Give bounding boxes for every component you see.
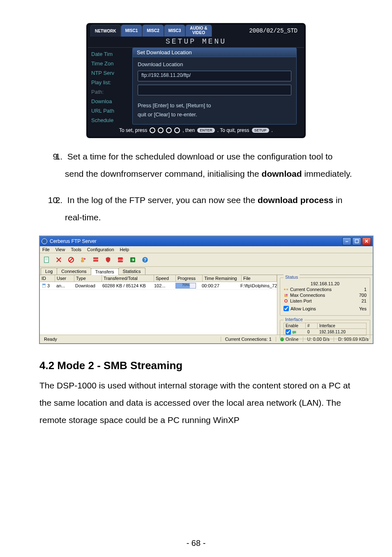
ifcol-iface[interactable]: Interface (318, 323, 366, 329)
section-heading: 4.2 Mode 2 - SMB Streaming (39, 359, 353, 372)
col-user[interactable]: User (55, 275, 74, 282)
setup-tab-misc2[interactable]: MISC2 (142, 25, 164, 37)
allow-logins-checkbox[interactable] (284, 306, 289, 311)
step9-text-c: immediately. (302, 169, 352, 178)
status-connections: Current Connections: 1 (221, 337, 276, 342)
cell-type: Download (74, 283, 101, 289)
server-ip: 192.168.11.20 (311, 281, 339, 286)
menu-configuration[interactable]: Configuration (87, 247, 114, 252)
svg-point-21 (284, 294, 286, 296)
step-list: 9. Set a time for the scheduled download… (39, 148, 353, 226)
section-paragraph: The DSP-1000 is used without internal st… (39, 377, 353, 429)
lbl-playlist: Play list: (91, 79, 128, 86)
ftp-menubar: File View Tools Configuration Help (40, 246, 373, 253)
svg-rect-18 (43, 284, 46, 285)
iface-row[interactable]: 0 192.168.11.20 (284, 329, 366, 335)
svg-point-7 (81, 257, 84, 260)
av-line1: AUDIO & (190, 26, 207, 31)
ifcol-enable[interactable]: Enable (284, 323, 306, 329)
dialog-hint-l1: Press [Enter] to set, [Return] to (138, 102, 211, 109)
nav-up-icon (158, 127, 164, 133)
iface-addr: 192.168.11.20 (318, 329, 366, 335)
download-location-input[interactable]: ftp://192.168.11.20/ftp/ (138, 71, 291, 81)
row-port-label: Listen Port (290, 298, 312, 303)
export-icon[interactable] (128, 255, 138, 265)
step-10: 10. In the log of the FTP server, you ca… (65, 192, 353, 226)
status-group: Status 192.168.11.20 Current Connections… (280, 277, 370, 316)
users-icon[interactable] (78, 255, 88, 265)
footer-end: . (272, 127, 273, 133)
col-progress[interactable]: Progress (176, 275, 203, 282)
download-location-input-2[interactable] (138, 85, 291, 95)
menu-file[interactable]: File (42, 247, 50, 252)
col-file[interactable]: File (242, 275, 277, 282)
setup-title: SETUP MENU (88, 37, 304, 48)
app-icon (42, 238, 47, 244)
dialog-hint-l2: quit or [Clear] to re-enter. (138, 111, 197, 118)
file-icon (42, 283, 46, 288)
window-title: Cerberus FTP Server (50, 238, 97, 244)
tab-log[interactable]: Log (41, 268, 57, 275)
menu-view[interactable]: View (55, 247, 65, 252)
setup-date: 2008/02/25_STD (245, 25, 302, 37)
security-icon[interactable] (103, 255, 113, 265)
row-maxconn-label: Max Connections (290, 293, 325, 298)
connections-icon (284, 287, 288, 292)
row-maxconn-value: 700 (359, 293, 367, 298)
minimize-button[interactable]: – (342, 237, 351, 245)
step-9-number: 9. (44, 148, 65, 165)
col-time-remaining[interactable]: Time Remaining (203, 275, 242, 282)
svg-rect-10 (93, 257, 98, 259)
menu-help[interactable]: Help (120, 247, 129, 252)
dialog-title: Set Download Location (133, 48, 296, 57)
close-button[interactable]: ✕ (362, 237, 371, 245)
cell-transferred-total: 60288 KB / 85124 KB (101, 283, 152, 289)
nav-left-icon (150, 127, 155, 133)
setup-left-column: Date Tim Time Zon NTP Serv Play list: Pa… (91, 49, 128, 123)
progress-text: 70% (176, 283, 196, 287)
col-transferred-total[interactable]: Transferred/Total (102, 275, 154, 282)
cell-user: an... (55, 283, 74, 289)
page-number: - 68 - (0, 539, 392, 548)
col-speed[interactable]: Speed (154, 275, 176, 282)
svg-rect-26 (293, 331, 296, 333)
setup-key-icon: SETUP (252, 128, 269, 133)
setup-tab-misc3[interactable]: MISC3 (164, 25, 186, 37)
lbl-date-time: Date Tim (91, 51, 128, 57)
menu-tools[interactable]: Tools (71, 247, 81, 252)
av-line2: VIDEO (192, 31, 205, 35)
enter-key-icon: ENTER (197, 128, 215, 133)
tab-statistics[interactable]: Statistics (118, 268, 145, 275)
iface-enable-checkbox[interactable] (286, 329, 291, 335)
setup-tab-network[interactable]: NETWORK (90, 25, 121, 37)
help-icon[interactable]: ? (140, 255, 150, 265)
step9-bold: download (262, 169, 302, 178)
col-type[interactable]: Type (74, 275, 102, 282)
setup-tab-misc1[interactable]: MISC1 (121, 25, 143, 37)
setup-tab-audio-video[interactable]: AUDIO & VIDEO (185, 25, 212, 37)
tab-connections[interactable]: Connections (57, 268, 91, 275)
block-icon[interactable] (66, 255, 76, 265)
dialog-label: Download Location (138, 61, 291, 67)
row-allow-label: Allow Logins (291, 306, 316, 311)
server-icon[interactable] (91, 255, 101, 265)
step-9: 9. Set a time for the scheduled download… (65, 148, 353, 183)
stop-icon[interactable]: STOP (115, 255, 125, 265)
ftp-view-tabs: Log Connections Transfers Statistics (40, 267, 373, 275)
svg-point-9 (84, 258, 86, 260)
row-port-value: 21 (362, 298, 367, 303)
download-location-dialog: Set Download Location Download Location … (132, 48, 297, 125)
cell-time-remaining: 00:00:27 (200, 283, 239, 289)
setup-tab-spacer (212, 25, 245, 37)
row-curconn-label: Current Connections (290, 287, 332, 292)
tab-transfers[interactable]: Transfers (91, 268, 119, 275)
lbl-path: Path: (91, 89, 128, 95)
maximize-button[interactable]: ☐ (352, 237, 361, 245)
document-icon[interactable] (42, 255, 51, 265)
svg-line-6 (69, 258, 73, 262)
footer-mid: , then (182, 127, 195, 133)
col-id[interactable]: ID (40, 275, 55, 282)
ifcol-num[interactable]: # (306, 323, 318, 329)
table-row[interactable]: 3 an... Download 60288 KB / 85124 KB 102… (40, 282, 277, 290)
delete-icon[interactable] (54, 255, 64, 265)
